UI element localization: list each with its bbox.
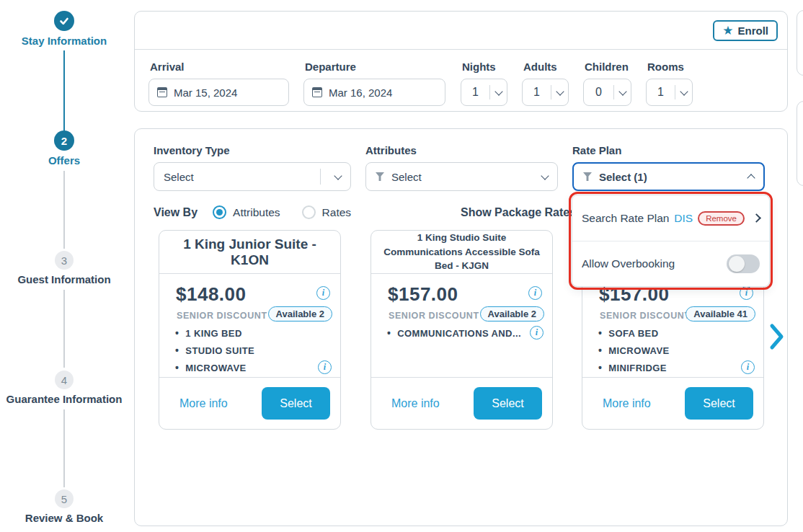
feature-list: •SOFA BED •MICROWAVE •MINIFRIDGE (598, 324, 670, 376)
search-rate-plan-row[interactable]: Search Rate Plan DIS Remove (572, 195, 769, 241)
radio-rates[interactable] (302, 205, 316, 219)
feature-item: 1 KING BED (185, 328, 241, 339)
view-by-control: View By Attributes Rates (154, 205, 365, 219)
stay-information-bar: ★ Enroll Arrival Mar 15, 2024 Departure … (134, 11, 788, 112)
step-number: 4 (55, 371, 74, 389)
chevron-down-icon (618, 87, 626, 95)
step-connector (63, 409, 65, 487)
calendar-icon (157, 87, 167, 97)
adults-select[interactable]: 1 (522, 79, 569, 106)
room-price: $148.00 (176, 283, 246, 306)
allow-overbooking-row: Allow Overbooking (572, 241, 769, 286)
room-card-kjgn: 1 King Studio Suite Communications Acces… (371, 230, 553, 430)
adults-value: 1 (523, 86, 551, 99)
step-guarantee-information[interactable]: 4 Guarantee Information (0, 371, 128, 405)
bullet-icon: • (387, 327, 391, 339)
departure-date-input[interactable]: Mar 16, 2024 (303, 79, 445, 106)
price-info-icon[interactable]: i (740, 286, 753, 300)
room-title: 1 King Junior Suite - K1ON (167, 236, 333, 268)
step-label: Offers (0, 154, 128, 167)
feature-item: MICROWAVE (608, 345, 669, 356)
select-room-button[interactable]: Select (474, 387, 542, 420)
show-package-rates-label: Show Package Rates (461, 206, 576, 219)
remove-rate-button[interactable]: Remove (698, 211, 745, 226)
select-room-button[interactable]: Select (685, 387, 753, 420)
step-number: 2 (54, 130, 74, 151)
availability-badge: Available 41 (686, 306, 755, 322)
radio-attributes[interactable] (213, 205, 226, 219)
feature-list: •1 KING BED •STUDIO SUITE •MICROWAVE (175, 324, 254, 376)
features-info-icon[interactable]: i (318, 360, 332, 374)
price-info-icon[interactable]: i (316, 286, 330, 300)
feature-item: SOFA BED (608, 328, 658, 339)
bullet-icon: • (598, 345, 602, 356)
features-info-icon[interactable]: i (741, 360, 755, 374)
carousel-next-button[interactable] (769, 323, 785, 353)
rate-name: SENIOR DISCOUNT (600, 311, 691, 321)
inventory-type-value: Select (164, 171, 313, 183)
more-info-link[interactable]: More info (179, 397, 228, 410)
children-value: 0 (584, 86, 613, 99)
price-info-icon[interactable]: i (528, 286, 542, 300)
step-offers[interactable]: 2 Offers (0, 130, 128, 167)
inventory-type-select[interactable]: Select (154, 162, 351, 191)
departure-label: Departure (305, 61, 445, 73)
arrival-date-input[interactable]: Mar 15, 2024 (148, 79, 289, 106)
chevron-down-icon (556, 87, 564, 95)
rooms-select[interactable]: 1 (646, 79, 693, 106)
step-connector (63, 290, 65, 368)
children-label: Children (585, 61, 631, 73)
nights-label: Nights (462, 61, 507, 73)
rate-plan-select[interactable]: Select (1) (572, 162, 765, 191)
bullet-icon: • (598, 327, 602, 339)
clipped-panel-edge (797, 101, 803, 186)
departure-field-group: Departure Mar 16, 2024 (303, 50, 445, 106)
filter-icon (583, 172, 592, 181)
calendar-icon (312, 87, 322, 97)
view-by-label: View By (154, 206, 198, 219)
step-label: Review & Book (0, 512, 128, 524)
attributes-select[interactable]: Select (365, 162, 558, 191)
feature-item: STUDIO SUITE (185, 345, 254, 356)
overbooking-toggle[interactable] (727, 254, 760, 273)
features-info-icon[interactable]: i (530, 326, 544, 340)
chevron-down-icon (680, 87, 688, 95)
bullet-icon: • (175, 345, 179, 356)
availability-badge: Available 2 (268, 306, 332, 322)
step-review-book[interactable]: 5 Review & Book (0, 489, 128, 524)
arrival-label: Arrival (150, 61, 289, 73)
room-price: $157.00 (388, 283, 458, 306)
arrival-field-group: Arrival Mar 15, 2024 (148, 50, 289, 106)
children-select[interactable]: 0 (583, 79, 631, 106)
radio-attributes-label[interactable]: Attributes (233, 206, 280, 219)
room-card-k1on: 1 King Junior Suite - K1ON $148.00 i SEN… (159, 230, 341, 430)
step-guest-information[interactable]: 3 Guest Information (0, 251, 128, 285)
chevron-down-icon (541, 172, 549, 179)
attributes-value: Select (391, 171, 535, 183)
filter-icon (376, 172, 384, 181)
search-rate-plan-label: Search Rate Plan (582, 212, 674, 225)
feature-item: COMMUNICATIONS AND... (397, 328, 521, 339)
allow-overbooking-label: Allow Overbooking (582, 257, 727, 270)
rate-plan-label: Rate Plan (572, 144, 765, 156)
rate-plan-group: Rate Plan Select (1) (572, 144, 765, 191)
more-info-link[interactable]: More info (391, 397, 440, 410)
clipped-panel-edge (797, 10, 803, 76)
chevron-down-icon (334, 172, 342, 179)
feature-list: •COMMUNICATIONS AND... (387, 324, 521, 342)
more-info-link[interactable]: More info (603, 397, 651, 410)
nights-select[interactable]: 1 (461, 79, 507, 106)
chevron-right-icon (769, 323, 785, 350)
enroll-button[interactable]: ★ Enroll (713, 20, 778, 41)
step-number: 3 (55, 251, 74, 270)
radio-rates-label[interactable]: Rates (322, 206, 352, 219)
check-icon (54, 11, 74, 31)
stay-bar-header: ★ Enroll (135, 12, 787, 50)
chevron-down-icon (494, 87, 502, 95)
star-icon: ★ (722, 25, 733, 37)
adults-field-group: Adults 1 (522, 50, 569, 106)
select-room-button[interactable]: Select (262, 387, 330, 420)
step-stay-information[interactable]: Stay Information (0, 11, 128, 47)
chevron-right-icon[interactable] (752, 213, 761, 223)
booking-stepper: Stay Information 2 Offers 3 Guest Inform… (0, 0, 128, 532)
